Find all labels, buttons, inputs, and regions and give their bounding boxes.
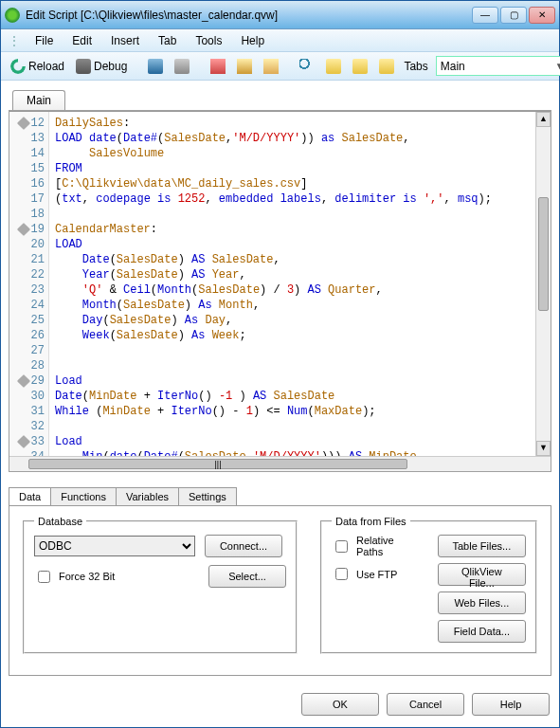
menu-file[interactable]: File [27, 32, 61, 49]
line-number: 30 [31, 389, 45, 404]
scroll-up-button[interactable]: ▲ [536, 112, 551, 127]
editor-tab-main[interactable]: Main [12, 90, 65, 111]
line-number: 16 [31, 176, 45, 191]
wrench-icon [17, 435, 30, 448]
line-number: 32 [31, 419, 45, 434]
folder-icon [352, 59, 368, 74]
table-files-button[interactable]: Table Files... [438, 535, 526, 557]
tab-settings[interactable]: Settings [179, 487, 237, 505]
files-legend: Data from Files [332, 516, 410, 527]
tab-data[interactable]: Data [9, 487, 51, 505]
connect-button[interactable]: Connect... [205, 535, 282, 557]
force-32bit-label: Force 32 Bit [59, 571, 115, 582]
qlikview-file-button[interactable]: QlikView File... [438, 563, 526, 586]
folder-icon [379, 59, 394, 74]
folder-button3[interactable] [375, 57, 398, 76]
search-button[interactable] [296, 57, 318, 76]
line-number: 19 [31, 222, 45, 237]
app-icon [5, 8, 20, 23]
save-button[interactable] [144, 57, 167, 76]
menu-insert[interactable]: Insert [103, 32, 147, 49]
folder-button[interactable] [322, 57, 345, 76]
lower-tabs: Data Functions Variables Settings [9, 487, 551, 505]
debug-button[interactable]: Debug [72, 57, 131, 76]
relative-paths-label: Relative Paths [356, 535, 423, 557]
horizontal-scrollbar[interactable]: ||| [9, 456, 551, 471]
copy-icon [237, 59, 252, 74]
paste-button[interactable] [260, 57, 282, 76]
minimize-button[interactable]: — [472, 7, 498, 24]
code-editor[interactable]: DailySales: LOAD date(Date#(SalesDate,'M… [49, 112, 535, 456]
window-title: Edit Script [C:\Qlikview\files\master_ca… [26, 9, 278, 22]
cancel-button[interactable]: Cancel [387, 693, 464, 716]
tabs-label: Tabs [404, 60, 427, 73]
menubar: ⋮ File Edit Insert Tab Tools Help [1, 29, 559, 52]
wrench-icon [17, 223, 30, 236]
menu-tools[interactable]: Tools [188, 32, 229, 49]
toolbar: Reload Debug Tabs ▼ [1, 52, 559, 81]
use-ftp-checkbox[interactable]: Use FTP [332, 565, 423, 583]
editor-tab-strip: Main [9, 88, 551, 110]
line-number: 13 [31, 131, 45, 146]
line-number: 21 [31, 252, 45, 267]
line-number: 22 [31, 267, 45, 282]
scroll-down-button[interactable]: ▼ [536, 441, 551, 456]
lower-content: Database ODBC Connect... Force 32 Bit [9, 505, 551, 676]
cut-button[interactable] [207, 57, 229, 76]
database-select[interactable]: ODBC [34, 536, 195, 556]
field-data-button[interactable]: Field Data... [438, 620, 526, 643]
database-legend: Database [34, 516, 86, 527]
line-number: 17 [31, 191, 45, 207]
line-number: 18 [31, 207, 45, 222]
menu-edit[interactable]: Edit [64, 32, 99, 49]
search-icon [299, 59, 315, 74]
maximize-button[interactable]: ▢ [500, 7, 527, 24]
save-icon [148, 59, 163, 74]
reload-icon [10, 59, 26, 74]
reload-button[interactable]: Reload [7, 57, 68, 76]
force-32bit-input[interactable] [38, 571, 50, 583]
ok-button[interactable]: OK [301, 693, 379, 716]
line-number: 26 [31, 328, 45, 343]
tab-functions[interactable]: Functions [51, 487, 117, 505]
line-number: 24 [31, 298, 45, 313]
menu-help[interactable]: Help [233, 32, 272, 49]
hscroll-thumb[interactable]: ||| [28, 459, 407, 469]
relative-paths-input[interactable] [335, 540, 348, 553]
line-number: 20 [31, 237, 45, 252]
folder-button2[interactable] [349, 57, 371, 76]
window-controls: — ▢ ✕ [472, 7, 555, 24]
scroll-thumb[interactable] [538, 197, 549, 311]
tab-variables[interactable]: Variables [117, 487, 179, 505]
lower-panel: Data Functions Variables Settings Databa… [9, 487, 551, 676]
titlebar[interactable]: Edit Script [C:\Qlikview\files\master_ca… [1, 1, 559, 29]
line-number: 31 [31, 404, 45, 419]
debug-label: Debug [94, 60, 127, 73]
line-number: 12 [31, 116, 45, 131]
help-button[interactable]: Help [472, 693, 550, 716]
line-number: 34 [31, 449, 45, 456]
print-icon [174, 59, 190, 74]
vertical-scrollbar[interactable]: ▲ ▼ [535, 112, 551, 456]
force-32bit-checkbox[interactable]: Force 32 Bit [34, 568, 115, 586]
web-files-button[interactable]: Web Files... [438, 592, 526, 614]
database-fieldset: Database ODBC Connect... Force 32 Bit [23, 516, 298, 654]
dialog-buttons: OK Cancel Help [1, 683, 559, 727]
editor-area: 12 13 14 15 16 17 18 19 20 21 22 23 24 2… [9, 110, 551, 472]
copy-button[interactable] [233, 57, 256, 76]
use-ftp-label: Use FTP [356, 569, 397, 580]
line-number: 14 [31, 146, 45, 161]
line-number: 27 [31, 343, 45, 358]
print-button[interactable] [171, 57, 193, 76]
close-button[interactable]: ✕ [529, 7, 555, 24]
code-container: 12 13 14 15 16 17 18 19 20 21 22 23 24 2… [9, 111, 551, 456]
select-button[interactable]: Select... [208, 565, 286, 588]
tabs-select[interactable] [436, 56, 560, 76]
use-ftp-input[interactable] [335, 568, 348, 580]
line-number: 25 [31, 313, 45, 328]
paste-icon [263, 59, 279, 74]
relative-paths-checkbox[interactable]: Relative Paths [332, 535, 423, 557]
menu-tab[interactable]: Tab [151, 32, 184, 49]
content: Main 12 13 14 15 16 17 18 19 20 21 22 23… [1, 81, 559, 683]
line-number: 33 [31, 434, 45, 449]
